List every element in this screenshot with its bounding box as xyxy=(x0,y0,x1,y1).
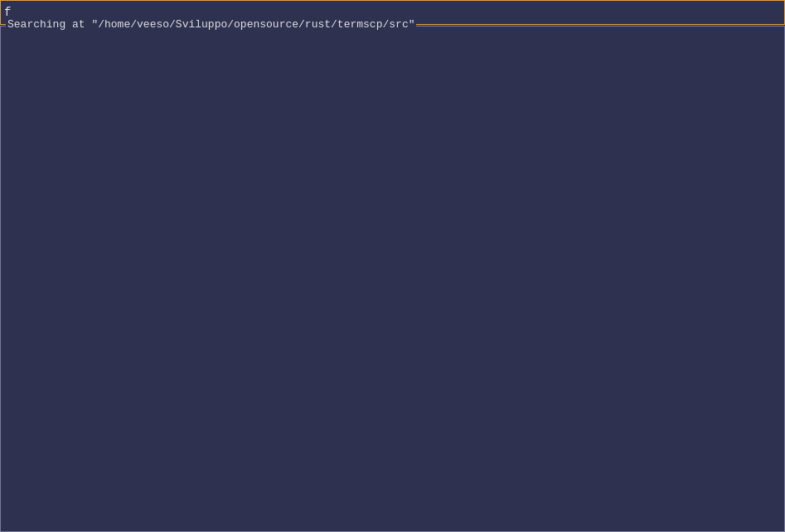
search-input[interactable] xyxy=(4,6,781,19)
panel-title: Searching at "/home/veeso/Sviluppo/opens… xyxy=(6,18,416,31)
search-results-panel: Searching at "/home/veeso/Sviluppo/opens… xyxy=(0,26,785,532)
terminal-container: Searching at "/home/veeso/Sviluppo/opens… xyxy=(0,0,785,532)
